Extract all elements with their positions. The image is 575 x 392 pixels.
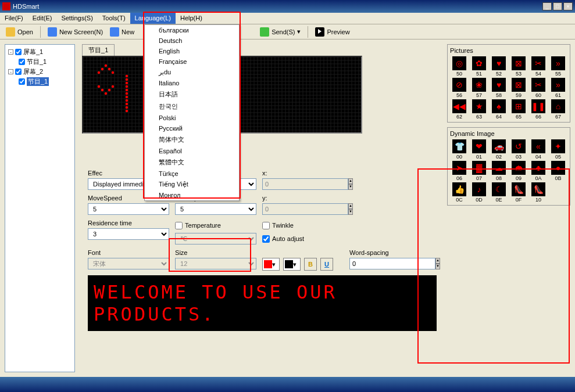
tree-node-screen2[interactable]: -屏幕_2 [8, 67, 72, 77]
bold-button[interactable]: B [304, 258, 317, 271]
new-icon [110, 27, 119, 37]
residence-combo[interactable]: 3 [88, 228, 169, 240]
thumbnail[interactable]: ❀57 [470, 78, 488, 98]
x-input[interactable] [262, 178, 348, 190]
text-preview[interactable]: WELCOME TO USE OUR PRODUCTS. [88, 275, 437, 331]
language-option[interactable]: Deutsch [145, 35, 239, 46]
thumbnail[interactable]: ◀◀62 [450, 99, 469, 120]
open-icon [6, 27, 15, 37]
send-button[interactable]: Send(S) ▾ [258, 26, 303, 38]
thumbnail[interactable]: ✂60 [529, 78, 548, 98]
autoadjust-checkbox[interactable] [262, 235, 270, 243]
play-icon [315, 27, 324, 37]
thumbnail[interactable]: «04 [529, 139, 548, 160]
window-title: HDSmart [13, 3, 39, 10]
backcolor-button[interactable]: ▾ [283, 258, 301, 271]
thumbnail[interactable]: ⊠53 [509, 56, 528, 77]
language-option[interactable]: 繁體中文 [145, 156, 239, 168]
thumbnail[interactable]: ✂54 [529, 56, 548, 77]
menu-settings[interactable]: Settings(S) [56, 13, 97, 24]
menu-tools[interactable]: Tools(T) [98, 13, 130, 24]
open-button[interactable]: Open [3, 26, 35, 38]
y-input[interactable] [262, 203, 348, 215]
thumbnail[interactable]: ▓07 [470, 161, 488, 181]
new-button[interactable]: New [108, 26, 137, 38]
minimize-button[interactable]: _ [542, 2, 552, 10]
language-option[interactable]: Française [145, 56, 239, 67]
orderspeed-combo[interactable]: 5 [175, 203, 256, 215]
language-option[interactable]: 简体中文 [145, 134, 239, 146]
thumbnail[interactable]: ✿51 [470, 56, 488, 77]
language-option[interactable]: български [145, 25, 239, 35]
statusbar [0, 377, 575, 392]
new-screen-button[interactable]: New Screen(N) [45, 26, 105, 38]
menu-edit[interactable]: Edit(E) [28, 13, 57, 24]
font-combo[interactable]: 宋体 [88, 258, 169, 269]
new-screen-icon [48, 27, 57, 37]
app-icon [2, 2, 10, 10]
wordspacing-input[interactable] [349, 258, 435, 269]
thumbnail[interactable]: ⊞65 [509, 99, 528, 120]
language-option[interactable]: Tiếng Việt [145, 179, 239, 190]
menubar: File(F) Edit(E) Settings(S) Tools(T) Lan… [0, 13, 575, 24]
thumbnail[interactable]: 👍0C [450, 182, 469, 203]
language-option[interactable]: English [145, 46, 239, 56]
size-combo[interactable]: 12 [175, 258, 256, 269]
tree-node-program1b[interactable]: 节目_1 [18, 77, 72, 87]
thumbnail[interactable]: ↺03 [509, 139, 528, 160]
thumbnail[interactable]: »61 [549, 78, 567, 98]
thumbnail[interactable]: ★63 [470, 99, 488, 120]
temperature-combo[interactable]: ℃ [175, 233, 256, 244]
thumbnail[interactable]: ♣0A [529, 161, 548, 181]
preview-button[interactable]: Preview [313, 26, 352, 38]
close-button[interactable]: × [563, 2, 573, 10]
canvas-tab[interactable]: 节目_1 [82, 44, 115, 56]
language-option[interactable]: Русский [145, 123, 239, 134]
thumbnail[interactable]: 🌧09 [509, 161, 528, 181]
thumbnail[interactable]: 👠0F [509, 182, 528, 203]
twinkle-checkbox[interactable] [262, 222, 270, 229]
thumbnail[interactable]: ♥58 [490, 78, 508, 98]
thumbnail[interactable]: ♪0D [470, 182, 488, 203]
underline-button[interactable]: U [320, 258, 333, 271]
language-option[interactable]: 한국인 [145, 100, 239, 113]
thumbnail[interactable]: 👕00 [450, 139, 469, 160]
thumbnail[interactable]: ♠64 [490, 99, 508, 120]
language-option[interactable]: Mонгол [145, 190, 239, 200]
thumbnail[interactable]: ⊘56 [450, 78, 469, 98]
thumbnail[interactable]: ⊠59 [509, 78, 528, 98]
language-option[interactable]: Polski [145, 113, 239, 123]
menu-language[interactable]: Language(L) [130, 13, 176, 24]
thumbnail[interactable]: ⌂67 [549, 99, 567, 120]
language-option[interactable]: Italiano [145, 78, 239, 88]
thumbnail[interactable]: ◎50 [450, 56, 469, 77]
thumbnail[interactable]: ☾0E [490, 182, 508, 203]
tree-node-screen1[interactable]: -屏幕_1 [8, 47, 72, 57]
thumbnail[interactable]: ☁08 [490, 161, 508, 181]
thumbnail[interactable]: ➤06 [450, 161, 469, 181]
thumbnail[interactable]: ❤01 [470, 139, 488, 160]
thumbnail[interactable]: ●0B [549, 161, 567, 181]
thumbnail[interactable]: 🚗02 [490, 139, 508, 160]
menu-help[interactable]: Help(H) [176, 13, 207, 24]
thumbnail[interactable]: 👠10 [529, 182, 548, 203]
properties-panel: EffecDisplayed immediat No Borders x:▲▼ … [82, 164, 442, 337]
movespeed-combo[interactable]: 5 [88, 203, 169, 215]
menu-file[interactable]: File(F) [0, 13, 28, 24]
language-option[interactable]: Español [145, 146, 239, 156]
toolbar: Open New Screen(N) New Send(S) ▾ Preview [0, 24, 575, 39]
thumbnail[interactable]: ♥52 [490, 56, 508, 77]
thumbnail[interactable]: »55 [549, 56, 567, 77]
send-icon [260, 27, 269, 37]
thumbnail[interactable]: ❚❚66 [529, 99, 548, 120]
language-option[interactable]: 日本語 [145, 88, 239, 100]
temperature-checkbox[interactable] [175, 222, 183, 229]
dynamic-image-panel: Dynamic Image 👕00❤01🚗02↺03«04✦05➤06▓07☁0… [447, 127, 570, 206]
thumbnail[interactable]: ✦05 [549, 139, 567, 160]
forecolor-button[interactable]: ▾ [262, 258, 280, 271]
maximize-button[interactable]: □ [553, 2, 562, 10]
language-option[interactable]: Türkçe [145, 168, 239, 179]
language-option[interactable]: برdu [145, 67, 239, 78]
tree-node-program1a[interactable]: 节目_1 [18, 57, 72, 67]
titlebar: HDSmart _ □ × [0, 0, 575, 13]
